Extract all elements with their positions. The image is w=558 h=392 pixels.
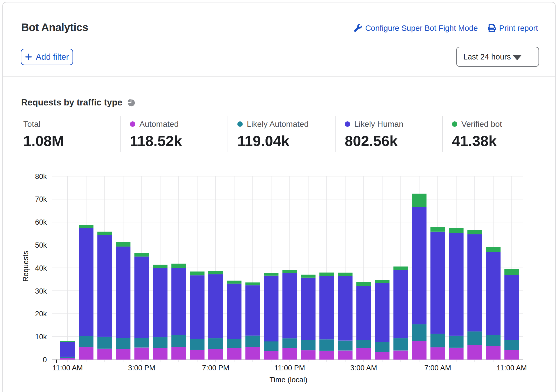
bar-segment-automated[interactable] bbox=[431, 347, 445, 360]
bar-segment-likely-automated[interactable] bbox=[449, 336, 464, 348]
bar-segment-automated[interactable] bbox=[97, 349, 112, 360]
bar-segment-likely-human[interactable] bbox=[190, 275, 205, 339]
bar-segment-verified-bot[interactable] bbox=[467, 230, 482, 234]
bar-segment-automated[interactable] bbox=[338, 351, 353, 360]
bar-segment-verified-bot[interactable] bbox=[301, 275, 316, 278]
bar-segment-likely-automated[interactable] bbox=[227, 339, 241, 348]
bar-segment-verified-bot[interactable] bbox=[412, 194, 426, 207]
bar-segment-automated[interactable] bbox=[227, 348, 241, 360]
bar-segment-verified-bot[interactable] bbox=[190, 271, 205, 275]
bar-segment-likely-automated[interactable] bbox=[431, 334, 445, 347]
bar-segment-likely-human[interactable] bbox=[393, 270, 408, 338]
bar-segment-verified-bot[interactable] bbox=[79, 225, 93, 228]
add-filter-button[interactable]: Add filter bbox=[21, 49, 73, 65]
bar-segment-likely-automated[interactable] bbox=[190, 339, 205, 350]
bar-segment-verified-bot[interactable] bbox=[245, 283, 260, 285]
bar-segment-likely-human[interactable] bbox=[264, 276, 278, 341]
bar-segment-automated[interactable] bbox=[319, 351, 334, 360]
bar-segment-likely-automated[interactable] bbox=[245, 335, 260, 347]
bar-segment-likely-automated[interactable] bbox=[171, 335, 186, 347]
bar-segment-verified-bot[interactable] bbox=[319, 273, 334, 276]
bar-segment-likely-automated[interactable] bbox=[60, 357, 75, 358]
bar-segment-automated[interactable] bbox=[467, 345, 482, 360]
bar-segment-likely-automated[interactable] bbox=[412, 324, 426, 341]
bar-segment-likely-automated[interactable] bbox=[486, 335, 501, 346]
configure-super-bot-fight-mode-link[interactable]: Configure Super Bot Fight Mode bbox=[354, 24, 478, 33]
bar-segment-automated[interactable] bbox=[264, 351, 278, 360]
bar-segment-verified-bot[interactable] bbox=[486, 247, 501, 252]
bar-segment-likely-automated[interactable] bbox=[467, 331, 482, 345]
bar-segment-automated[interactable] bbox=[412, 341, 426, 360]
bar-segment-likely-automated[interactable] bbox=[375, 342, 389, 352]
bar-segment-verified-bot[interactable] bbox=[134, 253, 149, 257]
bar-segment-likely-automated[interactable] bbox=[319, 339, 334, 351]
bar-segment-verified-bot[interactable] bbox=[504, 269, 519, 275]
bar-segment-likely-human[interactable] bbox=[60, 342, 75, 357]
bar-segment-likely-human[interactable] bbox=[486, 252, 501, 335]
bar-segment-verified-bot[interactable] bbox=[97, 232, 112, 235]
bar-segment-automated[interactable] bbox=[208, 349, 223, 360]
bar-segment-verified-bot[interactable] bbox=[171, 264, 186, 268]
bar-segment-likely-human[interactable] bbox=[227, 284, 241, 339]
bar-segment-verified-bot[interactable] bbox=[208, 271, 223, 274]
bar-segment-likely-human[interactable] bbox=[208, 274, 223, 338]
bar-segment-verified-bot[interactable] bbox=[227, 281, 241, 284]
bar-segment-likely-automated[interactable] bbox=[301, 340, 316, 350]
bar-segment-verified-bot[interactable] bbox=[153, 265, 168, 268]
bar-segment-automated[interactable] bbox=[79, 347, 93, 360]
bar-segment-likely-automated[interactable] bbox=[134, 338, 149, 347]
bar-segment-automated[interactable] bbox=[449, 348, 464, 360]
bar-segment-likely-human[interactable] bbox=[245, 285, 260, 335]
bar-segment-likely-human[interactable] bbox=[504, 275, 519, 340]
bar-segment-likely-automated[interactable] bbox=[356, 340, 371, 348]
bar-segment-verified-bot[interactable] bbox=[431, 227, 445, 231]
bar-segment-verified-bot[interactable] bbox=[60, 341, 75, 342]
bar-segment-automated[interactable] bbox=[356, 348, 371, 360]
bar-segment-likely-human[interactable] bbox=[134, 257, 149, 338]
bar-segment-automated[interactable] bbox=[190, 350, 205, 360]
bar-segment-verified-bot[interactable] bbox=[264, 273, 278, 276]
bar-segment-likely-automated[interactable] bbox=[283, 338, 297, 348]
bar-segment-automated[interactable] bbox=[171, 347, 186, 360]
bar-segment-likely-human[interactable] bbox=[116, 247, 130, 338]
bar-segment-likely-human[interactable] bbox=[412, 207, 426, 324]
bar-segment-likely-human[interactable] bbox=[153, 268, 168, 337]
bar-segment-automated[interactable] bbox=[393, 351, 408, 360]
bar-segment-likely-automated[interactable] bbox=[338, 341, 353, 351]
bar-segment-likely-human[interactable] bbox=[97, 235, 112, 337]
bar-segment-automated[interactable] bbox=[283, 348, 297, 360]
bar-segment-likely-automated[interactable] bbox=[79, 336, 93, 347]
bar-segment-likely-human[interactable] bbox=[171, 268, 186, 335]
bar-segment-verified-bot[interactable] bbox=[283, 270, 297, 273]
bar-segment-verified-bot[interactable] bbox=[116, 242, 130, 247]
bar-segment-likely-human[interactable] bbox=[79, 228, 93, 336]
bar-segment-verified-bot[interactable] bbox=[375, 280, 389, 283]
bar-segment-likely-human[interactable] bbox=[375, 283, 389, 342]
bar-segment-verified-bot[interactable] bbox=[356, 282, 371, 286]
bar-segment-automated[interactable] bbox=[134, 347, 149, 360]
print-report-link[interactable]: Print report bbox=[488, 24, 538, 33]
bar-segment-verified-bot[interactable] bbox=[449, 228, 464, 233]
bar-segment-likely-human[interactable] bbox=[431, 232, 445, 334]
bar-segment-automated[interactable] bbox=[153, 348, 168, 360]
bar-segment-automated[interactable] bbox=[301, 350, 316, 360]
bar-segment-verified-bot[interactable] bbox=[338, 273, 353, 276]
bar-segment-likely-automated[interactable] bbox=[504, 340, 519, 350]
bar-segment-likely-automated[interactable] bbox=[264, 341, 278, 351]
bar-segment-automated[interactable] bbox=[486, 346, 501, 360]
bar-segment-likely-automated[interactable] bbox=[153, 337, 168, 348]
bar-segment-likely-human[interactable] bbox=[467, 234, 482, 332]
bar-segment-likely-human[interactable] bbox=[338, 276, 353, 340]
bar-segment-likely-human[interactable] bbox=[283, 273, 297, 338]
bar-segment-likely-automated[interactable] bbox=[97, 337, 112, 349]
bar-segment-verified-bot[interactable] bbox=[393, 267, 408, 270]
bar-segment-likely-automated[interactable] bbox=[393, 338, 408, 350]
bar-segment-automated[interactable] bbox=[116, 349, 130, 360]
bar-segment-likely-human[interactable] bbox=[301, 278, 316, 340]
bar-segment-automated[interactable] bbox=[375, 352, 389, 360]
bar-segment-automated[interactable] bbox=[245, 347, 260, 360]
bar-segment-automated[interactable] bbox=[504, 350, 519, 360]
bar-segment-automated[interactable] bbox=[60, 358, 75, 360]
bar-segment-likely-automated[interactable] bbox=[116, 338, 130, 349]
bar-segment-likely-human[interactable] bbox=[449, 233, 464, 336]
